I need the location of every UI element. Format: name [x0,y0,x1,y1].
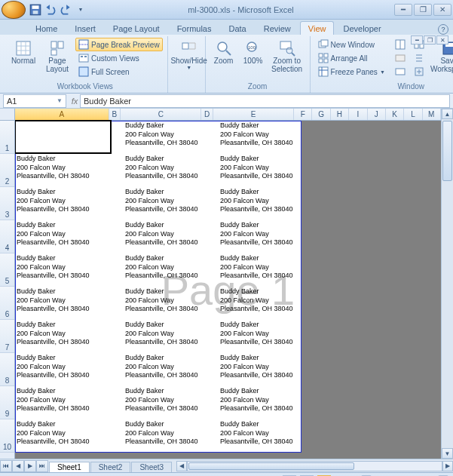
fx-icon[interactable]: fx [69,97,80,106]
row-header-4[interactable]: 4 [0,220,14,253]
tab-home[interactable]: Home [27,21,66,35]
sheet-next-button[interactable]: ▶ [24,460,36,472]
cell-E6[interactable]: Buddy Baker 200 Falcon Way Pleasantville… [219,287,301,315]
sheet-prev-button[interactable]: ◀ [12,460,24,472]
cell-C1[interactable]: Buddy Baker 200 Falcon Way Pleasantville… [124,121,207,149]
scroll-right-button[interactable]: ▶ [442,461,453,471]
hscroll-thumb[interactable] [188,462,354,470]
cell-E10[interactable]: Buddy Baker 200 Falcon Way Pleasantville… [219,419,301,447]
scroll-thumb[interactable] [442,121,452,181]
zoom-selection-button[interactable]: Zoom to Selection [269,38,305,75]
save-icon[interactable] [29,3,42,17]
row-header-2[interactable]: 2 [0,154,14,187]
cell-A7[interactable]: Buddy Baker 200 Falcon Way Pleasantville… [15,320,112,348]
hscroll-track[interactable] [187,461,442,471]
row-header-5[interactable]: 5 [0,253,14,287]
tab-insert[interactable]: Insert [66,21,104,35]
select-all-corner[interactable] [0,109,14,121]
cell-A8[interactable]: Buddy Baker 200 Falcon Way Pleasantville… [15,353,112,381]
tab-view[interactable]: View [300,21,335,35]
redo-icon[interactable] [59,3,72,17]
cell-A9[interactable]: Buddy Baker 200 Falcon Way Pleasantville… [15,386,112,414]
tab-developer[interactable]: Developer [335,21,389,35]
cell-C2[interactable]: Buddy Baker 200 Falcon Way Pleasantville… [124,154,207,182]
horizontal-scrollbar[interactable]: ◀ ▶ [176,461,453,471]
custom-views-button[interactable]: Custom Views [75,51,163,65]
scroll-down-button[interactable]: ▼ [442,448,453,459]
zoom-100-button[interactable]: 100 100% [240,38,267,67]
cell-A3[interactable]: Buddy Baker 200 Falcon Way Pleasantville… [15,187,112,215]
sheet-last-button[interactable]: ⏭ [36,460,48,472]
column-header-I[interactable]: I [349,109,367,120]
tab-page-layout[interactable]: Page Layout [105,21,168,35]
reset-pos-button[interactable] [411,65,427,78]
row-header-10[interactable]: 10 [0,419,14,453]
sheet-tab-sheet2[interactable]: Sheet2 [90,462,131,472]
column-header-H[interactable]: H [331,109,349,120]
cell-C8[interactable]: Buddy Baker 200 Falcon Way Pleasantville… [124,353,207,381]
normal-view-button[interactable]: Normal [8,38,39,67]
row-header-7[interactable]: 7 [0,320,14,353]
new-window-button[interactable]: New Window [315,38,388,51]
cell-A5[interactable]: Buddy Baker 200 Falcon Way Pleasantville… [15,253,112,281]
column-header-F[interactable]: F [294,109,312,120]
tab-formulas[interactable]: Formulas [169,21,220,35]
cell-E2[interactable]: Buddy Baker 200 Falcon Way Pleasantville… [219,154,301,182]
show-hide-button[interactable]: Show/Hide ▼ [173,38,206,73]
cell-C7[interactable]: Buddy Baker 200 Falcon Way Pleasantville… [124,320,207,348]
cell-A6[interactable]: Buddy Baker 200 Falcon Way Pleasantville… [15,287,112,315]
cell-A2[interactable]: Buddy Baker 200 Falcon Way Pleasantville… [15,154,112,182]
page-break-preview-button[interactable]: Page Break Preview [75,38,163,51]
cell-E8[interactable]: Buddy Baker 200 Falcon Way Pleasantville… [219,353,301,381]
cell-A10[interactable]: Buddy Baker 200 Falcon Way Pleasantville… [15,419,112,447]
cell-C4[interactable]: Buddy Baker 200 Falcon Way Pleasantville… [124,220,207,248]
column-header-M[interactable]: M [423,109,441,120]
freeze-panes-button[interactable]: Freeze Panes ▼ [315,65,388,78]
zoom-button[interactable]: Zoom [210,38,237,67]
sheet-tab-sheet1[interactable]: Sheet1 [49,462,90,472]
cell-C3[interactable]: Buddy Baker 200 Falcon Way Pleasantville… [124,187,207,215]
column-header-L[interactable]: L [404,109,422,120]
column-header-D[interactable]: D [201,109,213,120]
column-header-G[interactable]: G [312,109,330,120]
full-screen-button[interactable]: Full Screen [75,65,163,78]
cell-E1[interactable]: Buddy Baker 200 Falcon Way Pleasantville… [219,121,301,149]
row-header-9[interactable]: 9 [0,386,14,419]
row-header-3[interactable]: 3 [0,187,14,220]
column-header-A[interactable]: A [15,109,109,120]
help-icon[interactable]: ? [438,24,448,35]
formula-input[interactable]: Buddy Baker [80,94,450,108]
hide-button[interactable] [392,51,409,65]
column-header-J[interactable]: J [368,109,386,120]
tab-review[interactable]: Review [256,21,299,35]
page-layout-view-button[interactable]: Page Layout [41,38,73,75]
mdi-restore[interactable]: ❐ [424,35,436,45]
qat-more-icon[interactable]: ▼ [74,3,87,17]
tab-data[interactable]: Data [220,21,254,35]
column-header-K[interactable]: K [386,109,404,120]
cell-E7[interactable]: Buddy Baker 200 Falcon Way Pleasantville… [219,320,301,348]
minimize-button[interactable]: ━ [394,4,412,16]
sync-scroll-button[interactable] [411,51,427,65]
cell-A4[interactable]: Buddy Baker 200 Falcon Way Pleasantville… [15,220,112,248]
vertical-scrollbar[interactable]: ▲ ▼ [441,109,453,459]
cell-E4[interactable]: Buddy Baker 200 Falcon Way Pleasantville… [219,220,301,248]
cell-E5[interactable]: Buddy Baker 200 Falcon Way Pleasantville… [219,253,301,281]
arrange-all-button[interactable]: Arrange All [315,51,388,65]
column-header-B[interactable]: B [109,109,121,120]
office-button[interactable] [2,1,26,19]
restore-button[interactable]: ❐ [414,4,432,16]
cell-E9[interactable]: Buddy Baker 200 Falcon Way Pleasantville… [219,386,301,414]
cell-E3[interactable]: Buddy Baker 200 Falcon Way Pleasantville… [219,187,301,215]
cell-A1[interactable]: Buddy Baker 200 Falcon Way Pleasantville… [15,121,112,149]
column-header-C[interactable]: C [121,109,201,120]
scroll-up-button[interactable]: ▲ [442,109,453,119]
row-header-8[interactable]: 8 [0,353,14,386]
split-button[interactable] [392,38,409,51]
sheet-tab-sheet3[interactable]: Sheet3 [131,462,172,472]
undo-icon[interactable] [44,3,57,17]
close-button[interactable]: ✕ [433,4,451,16]
scroll-left-button[interactable]: ◀ [176,461,187,471]
cell-grid[interactable]: Page 1 Buddy Baker 200 Falcon Way Pleasa… [15,121,441,459]
name-box[interactable]: A1 ▼ [3,94,66,108]
